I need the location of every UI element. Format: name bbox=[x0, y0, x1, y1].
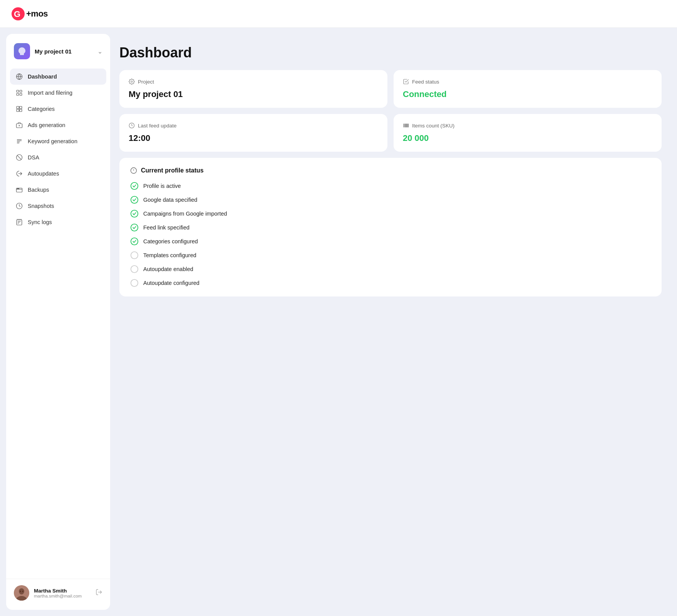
categories-icon bbox=[15, 105, 23, 113]
svg-point-53 bbox=[131, 210, 138, 217]
page-title: Dashboard bbox=[119, 45, 662, 61]
svg-rect-8 bbox=[17, 106, 19, 109]
svg-point-23 bbox=[18, 188, 19, 189]
status-item-campaigns: Campaigns from Google imported bbox=[130, 209, 651, 218]
sidebar-item-keyword-label: Keyword generation bbox=[28, 138, 77, 144]
profile-status-title: Current profile status bbox=[130, 167, 651, 174]
project-avatar-icon bbox=[17, 46, 27, 56]
globe-icon bbox=[15, 73, 23, 80]
svg-rect-11 bbox=[20, 109, 22, 112]
items-count-card: Items count (SKU) 20 000 bbox=[394, 114, 662, 152]
items-count-card-label: Items count (SKU) bbox=[403, 122, 652, 129]
user-avatar bbox=[14, 585, 29, 601]
project-card-value: My project 01 bbox=[129, 89, 378, 99]
nav-list: Dashboard Import and filering Categories bbox=[6, 69, 110, 576]
status-item-autoupdate-configured: Autoupdate configured bbox=[130, 279, 651, 287]
svg-point-31 bbox=[19, 588, 24, 594]
import-icon bbox=[15, 89, 23, 97]
last-feed-update-card-label: Last feed update bbox=[129, 122, 378, 129]
chevron-down-icon: ⌄ bbox=[97, 48, 102, 55]
status-item-google-data: Google data specified bbox=[130, 196, 651, 204]
status-item-templates-label: Templates configured bbox=[143, 252, 196, 258]
logo-icon: G bbox=[11, 7, 25, 21]
sidebar-item-dashboard[interactable]: Dashboard bbox=[10, 69, 106, 85]
user-avatar-image bbox=[14, 585, 29, 601]
svg-point-34 bbox=[22, 591, 23, 592]
sidebar-item-categories[interactable]: Categories bbox=[10, 101, 106, 117]
sidebar-item-snapshots-label: Snapshots bbox=[28, 203, 54, 209]
feed-status-card-label: Feed status bbox=[403, 79, 652, 85]
sidebar-item-snapshots[interactable]: Snapshots bbox=[10, 198, 106, 214]
status-item-categories: Categories configured bbox=[130, 237, 651, 246]
synclogs-icon bbox=[15, 218, 23, 226]
sidebar-item-dashboard-label: Dashboard bbox=[28, 74, 57, 80]
status-item-autoupdate-configured-label: Autoupdate configured bbox=[143, 280, 199, 286]
sidebar-item-ads[interactable]: Ads generation bbox=[10, 117, 106, 133]
sidebar-item-autoupdates[interactable]: Autoupdates bbox=[10, 166, 106, 182]
logo-text: +mos bbox=[26, 9, 48, 19]
status-item-profile-active-label: Profile is active bbox=[143, 183, 181, 189]
sidebar-item-keyword[interactable]: Keyword generation bbox=[10, 133, 106, 149]
sidebar-item-synclogs[interactable]: Sync logs bbox=[10, 214, 106, 230]
feed-status-card-value: Connected bbox=[403, 89, 652, 99]
sidebar-item-synclogs-label: Sync logs bbox=[28, 219, 52, 225]
sidebar-item-dsa[interactable]: DSA bbox=[10, 149, 106, 166]
last-feed-update-value: 12:00 bbox=[129, 133, 378, 143]
user-info: Martha Smith martha.smith@mail.com bbox=[34, 588, 91, 598]
svg-text:G: G bbox=[14, 9, 20, 19]
status-item-feed-link: Feed link specified bbox=[130, 223, 651, 232]
logo[interactable]: G +mos bbox=[11, 7, 48, 21]
logout-icon[interactable] bbox=[96, 589, 102, 597]
svg-line-20 bbox=[17, 156, 22, 160]
backups-icon bbox=[15, 186, 23, 194]
project-card: Project My project 01 bbox=[119, 70, 387, 108]
gear-icon bbox=[129, 79, 135, 85]
profile-status-card: Current profile status Profile is active bbox=[119, 158, 662, 296]
cards-grid: Project My project 01 Feed status Connec… bbox=[119, 70, 662, 152]
project-selector[interactable]: My project 01 ⌄ bbox=[6, 43, 110, 69]
check-square-icon bbox=[403, 79, 409, 85]
app-body: My project 01 ⌄ Dashboard Import and fil… bbox=[0, 28, 677, 616]
sidebar-item-import-label: Import and filering bbox=[28, 90, 72, 96]
check-icon-google-data bbox=[130, 196, 139, 204]
svg-point-22 bbox=[17, 188, 18, 189]
project-avatar bbox=[14, 43, 30, 59]
svg-rect-5 bbox=[20, 90, 22, 92]
svg-point-56 bbox=[131, 252, 138, 259]
check-icon-categories bbox=[130, 237, 139, 246]
svg-rect-7 bbox=[20, 94, 22, 95]
user-email: martha.smith@mail.com bbox=[34, 594, 91, 598]
status-item-templates: Templates configured bbox=[130, 251, 651, 259]
profile-status-title-text: Current profile status bbox=[141, 167, 204, 174]
svg-point-58 bbox=[131, 280, 138, 286]
autoupdates-icon bbox=[15, 170, 23, 177]
svg-point-33 bbox=[20, 591, 21, 592]
main-content: Dashboard Project My project 01 Feed sta… bbox=[110, 34, 671, 610]
svg-rect-6 bbox=[17, 94, 18, 95]
svg-rect-9 bbox=[20, 106, 22, 109]
barcode-icon bbox=[403, 122, 409, 129]
sidebar-footer: Martha Smith martha.smith@mail.com bbox=[6, 579, 110, 601]
svg-point-55 bbox=[131, 238, 138, 245]
project-name: My project 01 bbox=[35, 48, 93, 55]
project-card-label-text: Project bbox=[138, 79, 154, 85]
dsa-icon bbox=[15, 154, 23, 161]
sidebar-item-backups-label: Backups bbox=[28, 187, 49, 193]
items-count-value: 20 000 bbox=[403, 133, 652, 143]
status-item-feed-link-label: Feed link specified bbox=[143, 224, 189, 231]
svg-point-54 bbox=[131, 224, 138, 231]
feed-status-card-label-text: Feed status bbox=[412, 79, 439, 85]
sidebar-item-categories-label: Categories bbox=[28, 106, 55, 112]
status-item-autoupdate-enabled-label: Autoupdate enabled bbox=[143, 266, 193, 272]
project-card-label: Project bbox=[129, 79, 378, 85]
items-count-label-text: Items count (SKU) bbox=[412, 123, 454, 129]
feed-status-card: Feed status Connected bbox=[394, 70, 662, 108]
sidebar-item-dsa-label: DSA bbox=[28, 154, 39, 161]
top-header: G +mos bbox=[0, 0, 677, 28]
sidebar-item-import[interactable]: Import and filering bbox=[10, 85, 106, 101]
check-icon-feed-link bbox=[130, 223, 139, 232]
empty-icon-autoupdate-enabled bbox=[130, 265, 139, 273]
empty-icon-autoupdate-configured bbox=[130, 279, 139, 287]
sidebar-item-backups[interactable]: Backups bbox=[10, 182, 106, 198]
svg-point-51 bbox=[131, 182, 138, 189]
